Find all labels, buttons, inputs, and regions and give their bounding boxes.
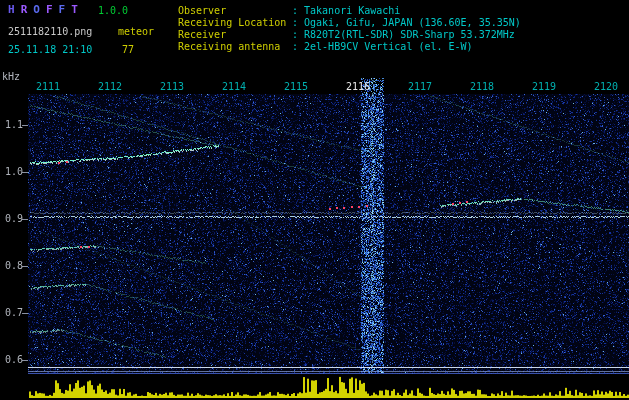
time-axis-label: 2119 — [532, 81, 556, 92]
freq-unit-label: kHz — [2, 71, 20, 82]
app-title: HROFFT — [8, 4, 84, 15]
app-title-letter: F — [59, 4, 66, 15]
info-value: : R820T2(RTL-SDR) SDR-Sharp 53.372MHz — [292, 29, 515, 40]
freq-axis-label: 1.0 — [5, 166, 23, 177]
time-axis-label: 2112 — [98, 81, 122, 92]
freq-axis-label: 0.9 — [5, 213, 23, 224]
info-label: Observer — [178, 5, 226, 16]
time-axis-label: 2115 — [284, 81, 308, 92]
freq-axis-label: 0.7 — [5, 307, 23, 318]
mode-label: meteor — [118, 26, 154, 37]
time-axis-label: 2113 — [160, 81, 184, 92]
app-title-letter: H — [8, 4, 15, 15]
observation-datetime: 25.11.18 21:10 — [8, 44, 92, 55]
freq-axis-label: 1.1 — [5, 119, 23, 130]
app-title-letter: O — [33, 4, 40, 15]
info-value: : Takanori Kawachi — [292, 5, 400, 16]
info-label: Receiver — [178, 29, 226, 40]
app-title-letter: F — [46, 4, 53, 15]
spectrogram-canvas — [0, 0, 629, 400]
time-axis-label: 2114 — [222, 81, 246, 92]
echo-count: 77 — [122, 44, 134, 55]
info-value: : 2el-HB9CV Vertical (el. E-W) — [292, 41, 473, 52]
app-title-letter: T — [71, 4, 78, 15]
time-axis-label: 2118 — [470, 81, 494, 92]
time-axis-label: 2111 — [36, 81, 60, 92]
hrofft-output-window: HROFFT 1.0.0 2511182110.png meteor 25.11… — [0, 0, 629, 400]
info-label: Receiving antenna — [178, 41, 280, 52]
app-title-letter: R — [21, 4, 28, 15]
output-filename: 2511182110.png — [8, 26, 92, 37]
freq-axis-label: 0.6 — [5, 354, 23, 365]
info-value: : Ogaki, Gifu, JAPAN (136.60E, 35.35N) — [292, 17, 521, 28]
time-axis-label: 2116 — [346, 81, 370, 92]
time-axis-label: 2117 — [408, 81, 432, 92]
app-version: 1.0.0 — [98, 5, 128, 16]
time-axis-label: 2120 — [594, 81, 618, 92]
freq-axis-label: 0.8 — [5, 260, 23, 271]
info-label: Receiving Location — [178, 17, 286, 28]
